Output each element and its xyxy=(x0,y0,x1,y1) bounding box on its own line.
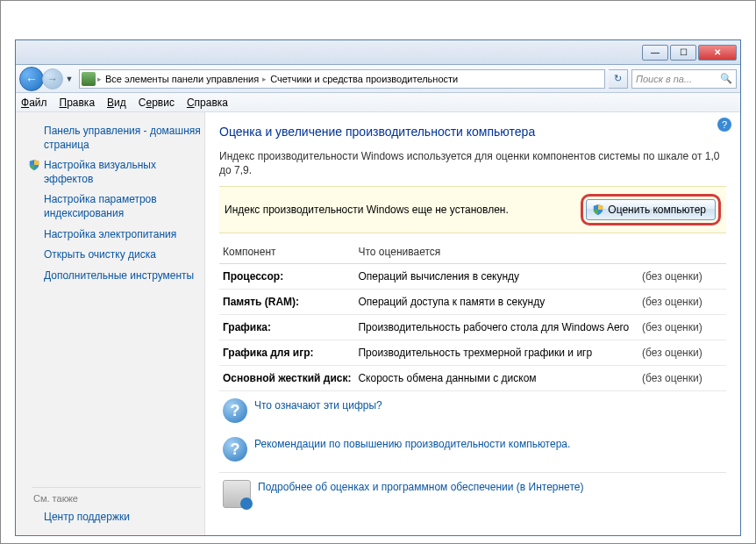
link-what-numbers-row: ? Что означают эти цифры? xyxy=(219,391,726,430)
minimize-button[interactable]: — xyxy=(642,45,668,61)
table-row: Основной жесткий диск:Скорость обмена да… xyxy=(219,366,726,391)
search-input[interactable]: Поиск в па... 🔍 xyxy=(631,69,737,89)
table-row: Память (RAM):Операций доступа к памяти в… xyxy=(219,290,726,315)
component-label: Процессор: xyxy=(219,264,354,290)
component-score: (без оценки) xyxy=(638,315,726,340)
notice-text: Индекс производительности Windows еще не… xyxy=(225,204,509,216)
search-placeholder: Поиск в па... xyxy=(636,74,692,84)
sidebar-link-home[interactable]: Панель управления - домашняя страница xyxy=(32,121,201,155)
close-button[interactable]: ✕ xyxy=(698,45,737,61)
component-score: (без оценки) xyxy=(638,366,726,391)
nav-back-button[interactable]: ← xyxy=(19,67,44,91)
menu-tools[interactable]: Сервис xyxy=(139,97,175,109)
breadcrumb-all-items[interactable]: Все элементы панели управления xyxy=(102,74,262,84)
sidebar-link-visual-effects[interactable]: Настройка визуальных эффектов xyxy=(32,155,201,190)
navbar: ← → ▼ ▸ Все элементы панели управления ▸… xyxy=(16,65,740,93)
component-what: Скорость обмена данными с диском xyxy=(354,366,638,391)
question-icon: ? xyxy=(223,437,247,462)
breadcrumb-perf-info[interactable]: Счетчики и средства производительности xyxy=(267,74,461,84)
nav-forward-button[interactable]: → xyxy=(42,68,63,89)
shield-icon xyxy=(592,204,604,216)
nav-history-dropdown[interactable]: ▼ xyxy=(63,69,75,89)
help-icon[interactable]: ? xyxy=(717,118,731,132)
link-what-numbers[interactable]: Что означают эти цифры? xyxy=(254,398,382,412)
menubar: Файл Правка Вид Сервис Справка xyxy=(16,93,740,112)
see-also-label: См. также xyxy=(32,487,201,507)
component-label: Графика: xyxy=(219,315,354,340)
sidebar-link-disk-cleanup[interactable]: Открыть очистку диска xyxy=(32,245,201,266)
component-table: Компонент Что оценивается Процессор:Опер… xyxy=(219,240,726,391)
col-component: Компонент xyxy=(219,240,354,264)
sidebar: Панель управления - домашняя страница На… xyxy=(16,112,205,535)
link-recommendations[interactable]: Рекомендации по повышению производительн… xyxy=(254,437,570,451)
sidebar-link-indexing[interactable]: Настройка параметров индексирования xyxy=(32,190,201,224)
control-panel-icon xyxy=(82,72,96,86)
question-icon: ? xyxy=(223,398,247,423)
table-row: Графика:Производительность рабочего стол… xyxy=(219,315,726,340)
rate-highlight-annotation: Оценить компьютер xyxy=(581,194,721,225)
component-score: (без оценки) xyxy=(638,290,726,315)
page-title: Оценка и увеличение производительности к… xyxy=(219,125,726,139)
sidebar-link-advanced-tools[interactable]: Дополнительные инструменты xyxy=(32,266,201,287)
sidebar-link-power[interactable]: Настройка электропитания xyxy=(32,225,201,246)
rate-computer-button[interactable]: Оценить компьютер xyxy=(586,199,716,220)
component-label: Память (RAM): xyxy=(219,290,354,315)
menu-view[interactable]: Вид xyxy=(107,97,126,109)
link-more-info-row: Подробнее об оценках и программном обесп… xyxy=(219,473,726,515)
link-recommend-row: ? Рекомендации по повышению производител… xyxy=(219,430,726,469)
menu-help[interactable]: Справка xyxy=(187,97,228,109)
component-what: Производительность трехмерной графики и … xyxy=(354,340,638,366)
notice-bar: Индекс производительности Windows еще не… xyxy=(219,186,726,233)
menu-edit[interactable]: Правка xyxy=(60,97,96,109)
rate-button-label: Оценить компьютер xyxy=(608,204,706,216)
menu-file[interactable]: Файл xyxy=(21,97,47,109)
window: — ☐ ✕ ← → ▼ ▸ Все элементы панели управл… xyxy=(0,0,756,544)
maximize-button[interactable]: ☐ xyxy=(670,45,696,61)
component-score: (без оценки) xyxy=(638,264,726,290)
table-row: Процессор:Операций вычисления в секунду(… xyxy=(219,264,726,290)
titlebar: — ☐ ✕ xyxy=(16,40,740,65)
shield-icon xyxy=(28,159,40,171)
refresh-button[interactable]: ↻ xyxy=(609,69,628,89)
component-what: Операций доступа к памяти в секунду xyxy=(354,290,638,315)
component-label: Основной жесткий диск: xyxy=(219,366,354,391)
link-more-info[interactable]: Подробнее об оценках и программном обесп… xyxy=(258,480,583,494)
component-what: Операций вычисления в секунду xyxy=(354,264,638,290)
component-what: Производительность рабочего стола для Wi… xyxy=(354,315,638,340)
content-pane: ? Оценка и увеличение производительности… xyxy=(205,112,740,535)
intro-text: Индекс производительности Windows исполь… xyxy=(219,149,726,177)
component-label: Графика для игр: xyxy=(219,340,354,366)
search-icon: 🔍 xyxy=(720,73,732,84)
component-score: (без оценки) xyxy=(638,340,726,366)
table-row: Графика для игр:Производительность трехм… xyxy=(219,340,726,366)
address-bar[interactable]: ▸ Все элементы панели управления ▸ Счетч… xyxy=(79,69,605,89)
col-what: Что оценивается xyxy=(354,240,638,264)
sidebar-link-action-center[interactable]: Центр поддержки xyxy=(32,507,201,528)
software-icon xyxy=(223,480,251,508)
